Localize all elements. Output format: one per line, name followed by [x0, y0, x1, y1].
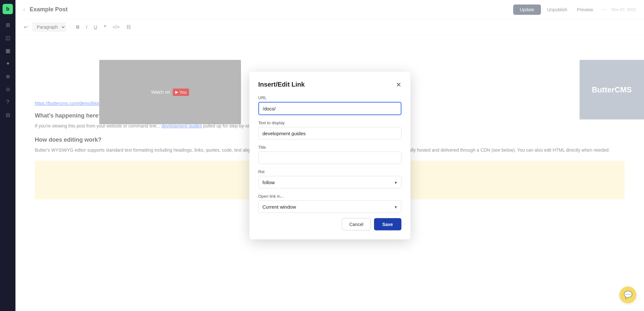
modal-close-button[interactable]: ✕ [396, 81, 401, 88]
rel-select[interactable]: follow nofollow noopener noreferrer [258, 176, 401, 189]
url-label: URL [258, 95, 401, 100]
sidebar-logo[interactable]: b [3, 4, 13, 14]
text-to-display-input[interactable] [258, 127, 401, 140]
url-input[interactable] [258, 102, 401, 115]
rel-label: Rel [258, 169, 401, 174]
sidebar-item-question[interactable]: ? [2, 97, 13, 108]
open-link-select-wrapper: Current window New window ▾ [258, 201, 401, 213]
sidebar-item-grid[interactable]: ▦ [2, 45, 13, 56]
cancel-button[interactable]: Cancel [342, 218, 371, 231]
main-area: ‹ Example Post Update Unpublish Preview … [15, 0, 644, 311]
modal-title: Insert/Edit Link [258, 81, 305, 88]
insert-edit-link-modal: Insert/Edit Link ✕ URL Text to display T… [249, 72, 410, 240]
text-to-display-label: Text to display [258, 120, 401, 125]
sidebar-item-paint[interactable]: ✦ [2, 58, 13, 69]
sidebar-item-layers[interactable]: ◫ [2, 32, 13, 43]
save-button[interactable]: Save [374, 218, 401, 231]
sidebar-item-layout[interactable]: ⊞ [2, 19, 13, 30]
open-link-select[interactable]: Current window New window [258, 201, 401, 213]
open-link-label: Open link in... [258, 194, 401, 199]
title-label: Title [258, 145, 401, 150]
sidebar-item-stack[interactable]: ⊟ [2, 109, 13, 120]
modal-actions: Cancel Save [258, 218, 401, 231]
sidebar-item-person[interactable]: ⊙ [2, 84, 13, 95]
modal-header: Insert/Edit Link ✕ [258, 81, 401, 88]
sidebar-item-tag[interactable]: ⊛ [2, 71, 13, 82]
sidebar: b ⊞ ◫ ▦ ✦ ⊛ ⊙ ? ⊟ [0, 0, 15, 311]
title-input[interactable] [258, 152, 401, 164]
rel-select-wrapper: follow nofollow noopener noreferrer ▾ [258, 176, 401, 189]
